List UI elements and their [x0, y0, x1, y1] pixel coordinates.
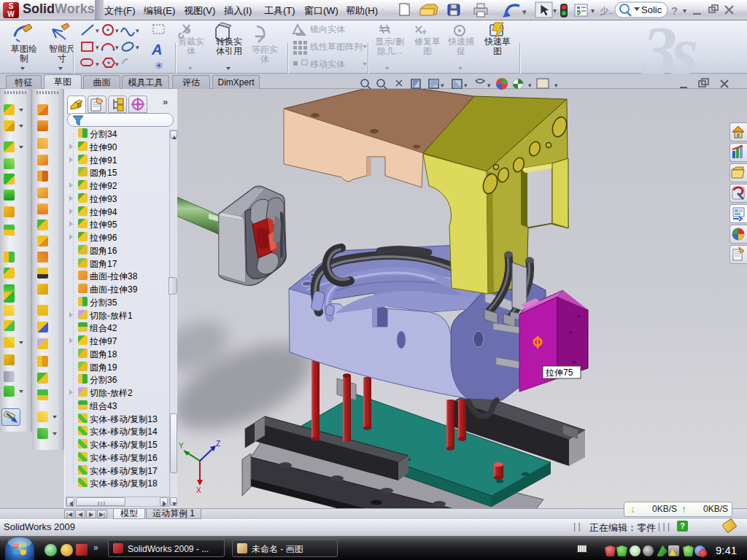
svg-text:▾: ▾ — [528, 82, 532, 89]
svg-text:▾: ▾ — [115, 61, 119, 68]
svg-text:▾: ▾ — [115, 27, 119, 34]
svg-text:+: + — [422, 27, 427, 37]
svg-text:▾: ▾ — [553, 7, 557, 15]
svg-text:▾: ▾ — [591, 7, 595, 15]
svg-text:▾: ▾ — [522, 7, 527, 16]
svg-text:▾: ▾ — [136, 44, 139, 51]
svg-text:▾: ▾ — [136, 27, 139, 34]
svg-text:▾: ▾ — [115, 44, 119, 51]
svg-text:A: A — [151, 42, 162, 58]
svg-text:Y: Y — [179, 442, 184, 450]
svg-text:▾: ▾ — [464, 82, 468, 89]
svg-text:Z: Z — [216, 440, 220, 448]
svg-text:▾: ▾ — [554, 82, 558, 89]
svg-text:▾: ▾ — [487, 82, 491, 89]
svg-text:▾: ▾ — [96, 61, 99, 68]
svg-text:X: X — [196, 486, 201, 494]
svg-text:▾: ▾ — [441, 82, 444, 89]
svg-text:✳: ✳ — [155, 60, 163, 71]
svg-text:少..: 少.. — [600, 6, 614, 16]
svg-text:▾: ▾ — [96, 27, 99, 34]
svg-text:拉伸75: 拉伸75 — [545, 368, 573, 378]
svg-text:▾: ▾ — [96, 44, 99, 51]
